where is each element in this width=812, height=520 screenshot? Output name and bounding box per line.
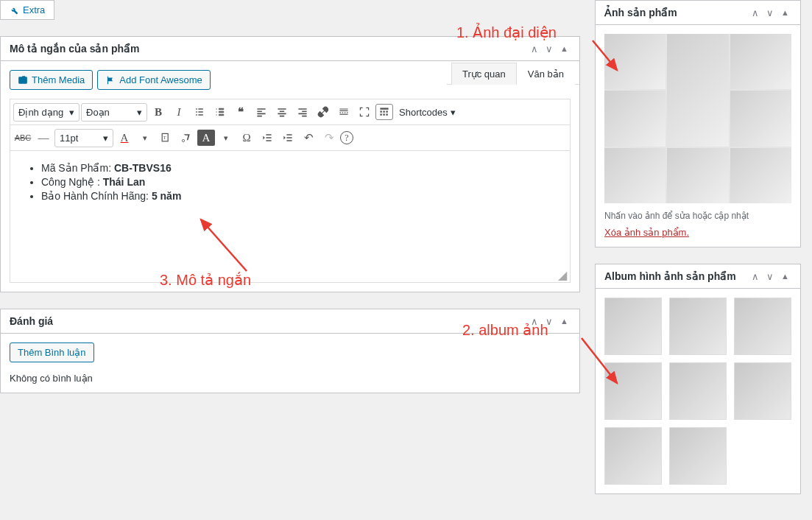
paragraph-select[interactable]: Đoạn ▾ (81, 103, 147, 122)
gallery-image[interactable] (669, 362, 727, 420)
gallery-panel: Album hình ảnh sản phẩm ∧ ∨ ▲ (595, 264, 801, 494)
link-button[interactable] (314, 102, 333, 122)
no-comments-text: Không có bình luận (10, 373, 571, 384)
svg-rect-6 (386, 113, 387, 115)
warranty-label: Bảo Hành Chính Hãng: (41, 190, 152, 202)
svg-text:T: T (163, 135, 166, 140)
numbered-list-button[interactable] (211, 102, 230, 122)
wrench-icon (10, 6, 18, 15)
panel-title: Mô tả ngắn của sản phẩm (10, 43, 139, 55)
redo-button[interactable]: ↷ (319, 128, 339, 147)
visual-tab[interactable]: Trực quan (451, 63, 517, 85)
reviews-panel: Đánh giá ∧ ∨ ▲ Thêm Bình luận Không có b… (0, 309, 580, 393)
svg-rect-2 (383, 110, 384, 112)
outdent-button[interactable] (258, 128, 277, 147)
move-down-icon[interactable]: ∨ (543, 316, 555, 327)
move-up-icon[interactable]: ∧ (749, 271, 761, 282)
panel-title: Ảnh sản phẩm (604, 7, 677, 18)
add-comment-button[interactable]: Thêm Bình luận (10, 342, 94, 362)
toolbar-toggle-button[interactable] (375, 104, 393, 120)
resize-handle[interactable]: ◢ (558, 272, 567, 279)
panel-title: Album hình ảnh sản phẩm (604, 270, 736, 282)
text-color-more[interactable]: ▾ (135, 128, 155, 147)
undo-button[interactable]: ↶ (299, 128, 318, 147)
align-left-button[interactable] (252, 102, 271, 122)
blockquote-button[interactable]: ❝ (231, 102, 250, 122)
featured-image[interactable] (604, 34, 791, 203)
toggle-panel-icon[interactable]: ▲ (558, 44, 571, 53)
italic-button[interactable]: I (169, 102, 188, 122)
sku-label: Mã Sản Phẩm: (41, 162, 114, 174)
indent-button[interactable] (278, 128, 297, 147)
gallery-image[interactable] (604, 362, 662, 420)
bg-color-button[interactable]: A (197, 130, 215, 146)
toggle-panel-icon[interactable]: ▲ (779, 8, 791, 17)
short-description-panel: Mô tả ngắn của sản phẩm ∧ ∨ ▲ Thêm Media (0, 36, 580, 292)
move-up-icon[interactable]: ∧ (529, 316, 540, 327)
add-media-button[interactable]: Thêm Media (10, 70, 93, 90)
special-char-button[interactable]: Ω (237, 128, 256, 147)
align-right-button[interactable] (293, 102, 312, 122)
move-down-icon[interactable]: ∨ (543, 43, 555, 55)
move-down-icon[interactable]: ∨ (764, 7, 776, 18)
bullet-list-button[interactable] (190, 102, 209, 122)
strikethrough-button[interactable]: ABC (13, 128, 32, 147)
shortcodes-dropdown[interactable]: Shortcodes ▾ (395, 104, 460, 121)
hr-button[interactable]: — (34, 128, 53, 147)
gallery-grid (604, 298, 791, 485)
camera-icon (18, 75, 28, 85)
format-select[interactable]: Định dạng ▾ (13, 103, 80, 122)
sku-value: CB-TBVS16 (114, 162, 172, 174)
gallery-image[interactable] (669, 427, 727, 485)
panel-title: Đánh giá (10, 315, 53, 327)
tech-value: Thái Lan (103, 176, 146, 188)
warranty-value: 5 năm (152, 190, 181, 202)
help-button[interactable]: ? (340, 131, 353, 144)
align-center-button[interactable] (272, 102, 292, 122)
text-color-button[interactable]: A (115, 128, 134, 147)
gallery-image[interactable] (734, 362, 791, 420)
featured-image-panel: Ảnh sản phẩm ∧ ∨ ▲ Nhấn vào ảnh để sửa h… (595, 0, 801, 247)
gallery-image[interactable] (734, 298, 791, 355)
more-button[interactable] (334, 102, 353, 122)
add-media-label: Thêm Media (32, 74, 85, 85)
gallery-image[interactable] (669, 298, 727, 355)
svg-rect-0 (380, 108, 388, 109)
svg-point-9 (182, 139, 184, 141)
tech-label: Công Nghệ : (41, 176, 103, 188)
toggle-panel-icon[interactable]: ▲ (779, 272, 791, 281)
add-font-awesome-button[interactable]: Add Font Awesome (97, 70, 211, 90)
fullscreen-button[interactable] (355, 102, 374, 122)
paste-text-button[interactable]: T (156, 128, 175, 147)
flag-icon (105, 75, 116, 85)
font-size-select[interactable]: 11pt ▾ (54, 129, 113, 147)
clear-format-button[interactable] (177, 128, 196, 147)
move-up-icon[interactable]: ∧ (529, 43, 540, 55)
svg-rect-4 (380, 113, 381, 115)
extra-tab-label: Extra (23, 4, 45, 15)
featured-image-helper: Nhấn vào ảnh để sửa hoặc cập nhật (604, 211, 791, 221)
svg-rect-5 (383, 113, 384, 115)
toggle-panel-icon[interactable]: ▲ (558, 317, 571, 326)
extra-tab[interactable]: Extra (0, 0, 54, 20)
svg-rect-3 (386, 110, 387, 112)
gallery-image[interactable] (604, 427, 662, 485)
editor-content-area[interactable]: Mã Sản Phẩm: CB-TBVS16 Công Nghệ : Thái … (10, 150, 571, 283)
add-fa-label: Add Font Awesome (119, 74, 202, 85)
remove-featured-image-link[interactable]: Xóa ảnh sản phẩm. (604, 227, 689, 238)
move-up-icon[interactable]: ∧ (749, 7, 761, 18)
bg-color-more[interactable]: ▾ (216, 128, 236, 147)
move-down-icon[interactable]: ∨ (764, 271, 776, 282)
svg-rect-1 (380, 110, 381, 112)
text-tab[interactable]: Văn bản (517, 63, 575, 85)
bold-button[interactable]: B (149, 102, 168, 122)
gallery-image[interactable] (604, 298, 662, 355)
